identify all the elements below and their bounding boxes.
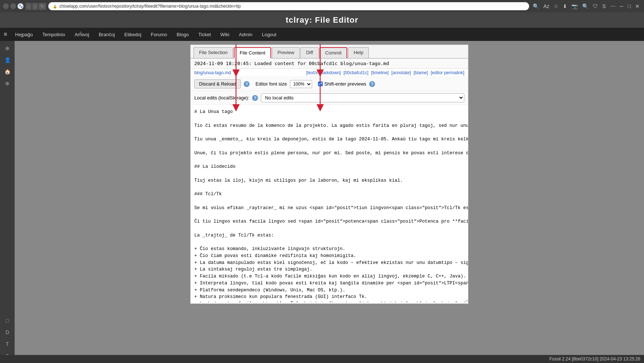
nav-item-logout[interactable]: Logout [258,29,281,40]
tab-diff[interactable]: Diff [300,47,318,58]
nav-item-wiki[interactable]: Wiki [216,29,234,40]
sidebar-icon-3[interactable]: 🏠 [3,67,12,76]
browser-shield-btn[interactable]: 🛡 [591,3,599,10]
browser-maximize-btn[interactable]: □ [626,3,632,10]
font-size-label: Editor font size [255,81,287,87]
left-sidebar: ⊕ 👤 🏠 ⊕ □ D T ⊕ [0,41,15,363]
browser-profile-btn[interactable]: S [601,3,607,10]
browser-refresh-btn[interactable]: ↻ [10,3,16,9]
page-title: tclray: File Editor [0,12,644,28]
sidebar-icon-bottom-1[interactable]: □ [4,316,10,325]
nav-item-admin[interactable]: Admin [235,29,257,40]
file-info-links: [text/x-markdown] [00cbafcd1c] [timeline… [305,70,464,75]
toolbar: Discard & Reload ? Editor font size 100%… [191,77,468,91]
hamburger-menu[interactable]: ≡ [4,31,7,38]
file-type: [text/x-markdown] [306,70,341,75]
address-url: chiselapp.com/user/Notxor/repository/tcl… [59,4,241,9]
tab-preview[interactable]: Preview [272,47,300,58]
file-timeline-link[interactable]: [timeline] [371,70,389,75]
sidebar-icon-4[interactable]: ⊕ [4,79,11,88]
browser-minimize-btn[interactable]: ─ [618,3,625,10]
tab-commit[interactable]: Commit [319,47,348,58]
nav-item-forumo[interactable]: Forumo [146,29,172,40]
address-lock-icon: 🔒 [53,4,57,8]
sidebar-icon-2[interactable]: 👤 [3,56,12,64]
local-edits-help-icon[interactable]: ? [252,95,258,101]
nav-item-hejpago[interactable]: Hejpaĝo [11,29,37,40]
browser-chrome: ⚙ ↻ 🐾 ‹ › ↻ 🔒 chiselapp.com/user/Notxor/… [0,0,644,12]
sidebar-icon-bottom-3[interactable]: T [4,340,11,348]
editor-textarea[interactable] [191,105,468,302]
file-annotate-link[interactable]: [annotate] [392,70,411,75]
status-footer: Fossil 2.24 [8be0372c10] 2024-04-23 13:2… [0,355,644,363]
browser-bookmark-btn[interactable]: ☆ [552,3,560,10]
app-navbar: ≡ Hejpaĝo Tempolinio Arĥivoj Branĉoj Eti… [0,28,644,41]
file-blame-link[interactable]: [blame] [413,70,428,75]
font-size-select[interactable]: 100% 75% 125% 150% [290,80,312,88]
browser-back-btn[interactable]: ‹ [26,3,31,10]
browser-settings-btn[interactable]: ⚙ [3,3,9,9]
address-bar[interactable]: 🔒 chiselapp.com/user/Notxor/repository/t… [48,2,529,10]
file-path: blog/unua-tago.md [194,70,231,75]
tabs-bar: File Selection File Content Preview Diff… [191,45,468,58]
browser-ext-btn[interactable]: 🐾 [18,3,23,9]
file-checkin[interactable]: [00cbafcd1c] [344,70,368,75]
nav-item-arhivoj[interactable]: Arĥivoj [70,29,94,40]
shift-enter-label: Shift-enter previews [318,81,366,87]
browser-reload-btn[interactable]: ↻ [38,3,46,10]
status-message: 2024-11-09 18:20:45: Loaded content for … [194,61,389,66]
file-permalink[interactable]: [editor permalink] [431,70,464,75]
nav-item-brancoj[interactable]: Branĉoj [94,29,119,40]
status-bar: 2024-11-09 18:20:45: Loaded content for … [191,58,468,69]
tab-help[interactable]: Help [348,47,369,58]
browser-window-controls: ⚙ ↻ 🐾 [3,3,23,9]
nav-item-etikedoj[interactable]: Etikedoj [120,29,146,40]
editor-wrapper [191,105,468,303]
sidebar-icon-bottom-2[interactable]: D [4,328,11,337]
local-edits-select[interactable]: No local edits [261,93,464,102]
main-content: ⊕ 👤 🏠 ⊕ □ D T ⊕ File Selection File Cont… [0,41,644,363]
shift-enter-text: Shift-enter previews [324,81,366,87]
sidebar-icon-1[interactable]: ⊕ [4,44,11,53]
tab-file-selection[interactable]: File Selection [194,47,233,58]
browser-action-buttons: 🔍 Az ☆ ⬇ 📷 🔍 🛡 S ⋯ ─ □ ✕ [531,3,641,10]
browser-zoom-btn[interactable]: 🔍 [581,3,590,10]
browser-screenshot-btn[interactable]: 📷 [570,3,579,10]
browser-more-btn[interactable]: ⋯ [609,3,617,10]
browser-download-btn[interactable]: ⬇ [561,3,569,10]
nav-item-ticket[interactable]: Ticket [194,29,215,40]
discard-reload-button[interactable]: Discard & Reload [194,79,241,88]
nav-item-tempolinio[interactable]: Tempolinio [38,29,70,40]
nav-item-blogo[interactable]: Blogo [172,29,193,40]
browser-forward-btn[interactable]: › [32,3,38,10]
local-edits-bar: Local edits (localStorage): ? No local e… [191,91,468,105]
center-content: File Selection File Content Preview Diff… [15,41,644,363]
browser-translate-btn[interactable]: Az [542,3,551,10]
editor-container: File Selection File Content Preview Diff… [190,45,468,304]
shift-enter-checkbox[interactable] [318,82,323,86]
shift-enter-help-icon[interactable]: ? [369,81,375,87]
file-info-bar: blog/unua-tago.md [text/x-markdown] [00c… [191,69,468,77]
browser-search-btn[interactable]: 🔍 [531,3,540,10]
browser-close-btn[interactable]: ✕ [634,3,641,10]
tab-file-content[interactable]: File Content [234,47,271,58]
browser-nav-buttons: ‹ › ↻ [26,3,46,10]
discard-help-icon[interactable]: ? [244,81,250,87]
footer-text: Fossil 2.24 [8be0372c10] 2024-04-23 13:2… [549,356,640,362]
local-edits-label: Local edits (localStorage): [194,95,249,101]
